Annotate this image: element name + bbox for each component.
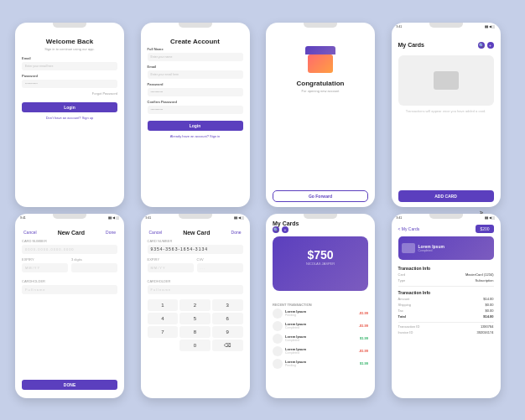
ca-signin-text: Already have an account? Sign in bbox=[148, 134, 243, 138]
key-empty bbox=[148, 340, 179, 351]
balance-card: $750 NICOLAS JASPER bbox=[273, 236, 368, 291]
key-8[interactable]: 8 bbox=[179, 326, 211, 338]
add-card-button[interactable]: ADD CARD bbox=[398, 190, 494, 202]
ca-password-input[interactable]: •••••••••••• bbox=[148, 88, 243, 96]
ca-email-label: Email bbox=[148, 65, 243, 69]
done-link[interactable]: Done bbox=[106, 230, 116, 235]
expiry-cvv-row: EXPIRY MM/YY 3 digits bbox=[22, 257, 117, 276]
login-button[interactable]: Login bbox=[22, 102, 117, 112]
dot-1 bbox=[313, 296, 316, 299]
type-row: Type Subscription bbox=[398, 278, 494, 283]
filled-cardholder-input[interactable]: Fullname bbox=[148, 285, 243, 294]
transaction-item-4: Lorem Ipsum Completed -$1.99 bbox=[273, 346, 368, 356]
detail-back-link[interactable]: < My Cards bbox=[398, 226, 420, 231]
trans-amount-2: -$1.99 bbox=[359, 324, 368, 328]
done-link-filled[interactable]: Done bbox=[231, 230, 242, 235]
transaction-item-1: Lorem Ipsum Pending -$1.99 bbox=[273, 309, 368, 319]
transaction-id-row: Transaction ID 1390784 bbox=[398, 324, 494, 329]
ca-confirm-placeholder: •••••••••••• bbox=[151, 108, 164, 111]
key-3[interactable]: 3 bbox=[212, 299, 243, 311]
key-5[interactable]: 5 bbox=[179, 313, 211, 324]
amount-label: Amount bbox=[398, 297, 410, 301]
key-7[interactable]: 7 bbox=[148, 326, 179, 338]
welcome-subtitle: Sign in to continue using our app. bbox=[22, 47, 117, 51]
ca-signin-link[interactable]: Sign in bbox=[210, 134, 220, 138]
password-input[interactable]: •••••••••••• bbox=[22, 80, 117, 88]
notch-5 bbox=[53, 214, 86, 219]
notch-8 bbox=[429, 214, 463, 219]
password-label: Password bbox=[22, 74, 117, 78]
phone-my-cards-balance: My Cards 🔍 + $750 NICOLAS JASPER RECENT … bbox=[266, 214, 375, 398]
go-forward-button[interactable]: Go Forward bbox=[273, 190, 368, 202]
expiry-field: EXPIRY MM/YY bbox=[22, 257, 68, 276]
my-cards-top-bar: My Cards 🔍 + bbox=[398, 42, 494, 49]
key-1[interactable]: 1 bbox=[148, 299, 179, 311]
ca-login-button[interactable]: Login bbox=[148, 121, 243, 131]
transaction-item-2: Lorem Ipsum Completed -$1.99 bbox=[273, 321, 368, 331]
card-number-label: CARD NUMBER bbox=[22, 239, 117, 243]
filled-expiry-field: EXPIRY MM/YY bbox=[148, 257, 194, 276]
phone-congrats: Congratulation For opening new account G… bbox=[266, 23, 375, 207]
notch-2 bbox=[179, 23, 212, 28]
ca-email-input[interactable]: Enter your email here bbox=[148, 70, 243, 79]
ca-confirm-input[interactable]: •••••••••••• bbox=[148, 106, 243, 114]
balance-amount: $750 bbox=[279, 248, 361, 262]
trans-status-3: Completed bbox=[285, 339, 357, 342]
notch-6 bbox=[179, 214, 212, 219]
detail-card-info: Lorem Ipsum Completed bbox=[418, 244, 444, 252]
key-0[interactable]: 0 bbox=[179, 340, 211, 351]
email-input[interactable]: Enter your email here bbox=[22, 62, 117, 70]
cancel-link-filled[interactable]: Cancel bbox=[149, 230, 163, 235]
phones-grid: Welcome Back Sign in to continue using o… bbox=[15, 23, 510, 398]
cardholder-input[interactable]: Fullname bbox=[22, 285, 117, 294]
balance-add-icon[interactable]: + bbox=[282, 226, 288, 233]
cancel-link[interactable]: Cancel bbox=[23, 230, 37, 235]
my-cards-title: My Cards bbox=[398, 42, 425, 48]
cvv-input[interactable] bbox=[71, 263, 117, 272]
phone-new-card-empty: 9:41 ▮▮ ◀ ⬜ Cancel New Card Done CARD NU… bbox=[15, 214, 124, 398]
search-icon[interactable]: 🔍 bbox=[478, 42, 485, 49]
filled-cvv-placeholder: ... bbox=[200, 266, 205, 270]
amount-row: Amount $14.00 bbox=[398, 297, 494, 301]
expiry-label: EXPIRY bbox=[22, 257, 68, 262]
key-9[interactable]: 9 bbox=[212, 326, 243, 338]
tax-row: Tax $0.00 bbox=[398, 309, 494, 313]
card-row: Card MasterCard (1234) bbox=[398, 272, 494, 277]
trans-status-5: Pending bbox=[285, 364, 357, 367]
screen-new-card-filled: Cancel New Card Done CARD NUMBER 9354-35… bbox=[141, 220, 250, 398]
fullname-input[interactable]: Enter your name bbox=[148, 53, 243, 61]
key-backspace[interactable]: ⌫ bbox=[212, 340, 243, 351]
trans-icon-5 bbox=[273, 359, 283, 369]
balance-icons: 🔍 + bbox=[273, 226, 368, 233]
cardholder-label: CARDHOLDER bbox=[22, 279, 117, 283]
balance-search-icon[interactable]: 🔍 bbox=[273, 226, 279, 233]
notch-4 bbox=[429, 23, 463, 28]
add-icon[interactable]: + bbox=[487, 42, 494, 49]
total-row: Total $14.00 bbox=[398, 314, 494, 319]
trans-icon-1 bbox=[273, 309, 283, 319]
create-title: Create Account bbox=[148, 38, 243, 45]
filled-cvv-input[interactable]: ... bbox=[197, 263, 243, 272]
card-number-input[interactable]: 0000-0000-0000-0000 bbox=[22, 245, 117, 254]
balance-title: My Cards bbox=[273, 220, 368, 226]
transactions-list: Lorem Ipsum Pending -$1.99 Lorem Ipsum C… bbox=[273, 309, 368, 371]
dot-3 bbox=[325, 296, 328, 299]
my-cards-icons: 🔍 + bbox=[478, 42, 494, 49]
filled-expiry-input[interactable]: MM/YY bbox=[148, 263, 194, 272]
key-6[interactable]: 6 bbox=[212, 313, 243, 324]
trans-info-1: Lorem Ipsum Pending bbox=[285, 309, 356, 317]
card-number-filled-input[interactable]: 9354-3563-1654-3134 bbox=[148, 245, 243, 254]
card-number-filled-label: CARD NUMBER bbox=[148, 239, 243, 243]
done-button-empty[interactable]: DONE bbox=[22, 380, 117, 390]
signup-link[interactable]: Sign up bbox=[82, 116, 94, 120]
key-4[interactable]: 4 bbox=[148, 313, 179, 324]
ca-confirm-label: Confirm Password bbox=[148, 100, 243, 104]
screen-my-cards: My Cards 🔍 + Transactions will appear on… bbox=[392, 29, 501, 207]
trans-info-4: Lorem Ipsum Completed bbox=[285, 347, 356, 355]
forgot-password[interactable]: Forgot Password bbox=[22, 91, 117, 96]
expiry-input[interactable]: MM/YY bbox=[22, 263, 68, 272]
screen-transaction-detail: < My Cards $200 Lorem Ipsum Completed Tr… bbox=[392, 220, 501, 398]
key-2[interactable]: 2 bbox=[179, 299, 211, 311]
invoice-value: 392016174 bbox=[476, 330, 493, 334]
total-label: Total bbox=[398, 314, 406, 319]
